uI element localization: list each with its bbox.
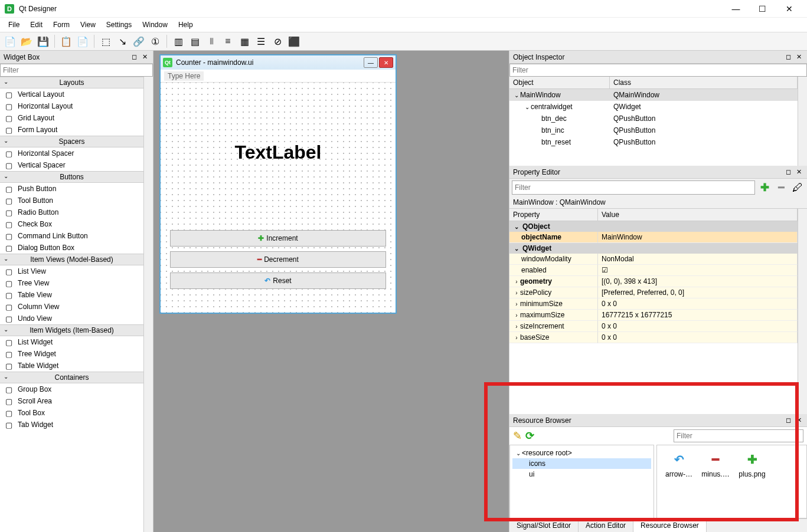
h-split-button[interactable]: ⫴ [204,34,219,49]
property-value[interactable]: NonModal [598,254,798,265]
object-inspector-filter[interactable] [509,64,807,77]
widget-item[interactable]: ▢Radio Button [0,206,143,218]
dock-float-button[interactable]: ◻ [129,52,139,62]
resource-icon-item[interactable]: ━minus.… [701,452,730,478]
tab-signal-slot-editor[interactable]: Signal/Slot Editor [509,519,579,532]
widget-item[interactable]: ▢Vertical Layout [0,88,143,100]
form-button-decrement[interactable]: ━Decrement [170,251,386,268]
property-value[interactable]: MainWindow [598,232,798,243]
pe-col-value[interactable]: Value [598,209,798,221]
oi-col-class[interactable]: Class [610,77,798,88]
object-row[interactable]: ⌄centralwidgetQWidget [509,101,798,113]
property-value[interactable]: 0 x 0 [598,332,798,343]
object-row[interactable]: btn_resetQPushButton [509,136,798,148]
form-menubar[interactable]: Type Here [161,70,396,83]
break-button[interactable]: ⊘ [270,34,285,49]
widget-item[interactable]: ▢Tree Widget [0,348,143,360]
add-property-button[interactable]: ✚ [757,180,772,195]
object-row[interactable]: btn_decQPushButton [509,113,798,124]
form-layout-button[interactable]: ☰ [253,34,269,49]
expand-icon[interactable]: ⌄ [524,104,531,110]
menu-form[interactable]: Form [48,19,74,30]
property-row[interactable]: ›baseSize0 x 0 [509,332,798,343]
save-button[interactable]: 💾 [35,34,51,49]
minimize-button[interactable]: — [723,0,749,18]
widget-item[interactable]: ▢Dialog Button Box [0,242,143,254]
property-row[interactable]: ›sizePolicy[Preferred, Preferred, 0, 0] [509,287,798,298]
form-close-button[interactable]: ✕ [379,57,393,68]
widget-item[interactable]: ▢Tab Widget [0,419,143,431]
menu-help[interactable]: Help [174,19,198,30]
dock-close-button[interactable]: ✕ [794,416,803,425]
property-group[interactable]: ⌄QWidget [509,243,798,254]
property-value[interactable]: [(0, 0), 398 x 413] [598,276,798,287]
pe-col-property[interactable]: Property [509,209,598,221]
menu-edit[interactable]: Edit [25,19,47,30]
open-button[interactable]: 📂 [19,34,34,49]
edit-resources-icon[interactable]: ✎ [513,429,522,442]
property-value[interactable]: 0 x 0 [598,298,798,310]
menu-window[interactable]: Window [138,19,172,30]
resource-tree-item[interactable]: ⌄<resource root> [512,448,651,458]
menu-view[interactable]: View [76,19,100,30]
dock-float-button[interactable]: ◻ [783,52,793,62]
menu-settings[interactable]: Settings [102,19,136,30]
widget-item[interactable]: ▢Column View [0,301,143,313]
form-body[interactable]: TextLabel ✚Increment━Decrement↶Reset [161,83,396,313]
menu-file[interactable]: File [4,19,24,30]
scrollbar[interactable] [143,77,153,532]
widget-item[interactable]: ▢Tool Button [0,195,143,206]
dock-float-button[interactable]: ◻ [783,168,793,177]
widget-item[interactable]: ▢Undo View [0,313,143,324]
object-row[interactable]: btn_incQPushButton [509,124,798,136]
tab-order-button[interactable]: ① [148,34,163,49]
property-value[interactable]: 16777215 x 16777215 [598,310,798,321]
property-value[interactable]: ☑ [598,265,798,276]
property-row[interactable]: ›sizeIncrement0 x 0 [509,321,798,332]
h-layout-button[interactable]: ▥ [171,34,186,49]
widget-item[interactable]: ▢Command Link Button [0,230,143,242]
form-button-increment[interactable]: ✚Increment [170,230,386,247]
category-header[interactable]: Buttons [0,171,143,183]
design-canvas[interactable]: Qt Counter - mainwindow.ui — ✕ Type Here… [153,51,509,532]
close-button[interactable]: ✕ [776,0,802,18]
property-row[interactable]: ›maximumSize16777215 x 16777215 [509,310,798,321]
buddy-button[interactable]: 🔗 [131,34,146,49]
resource-icon-item[interactable]: ✚plus.png [737,452,767,478]
grid-button[interactable]: ▦ [237,34,252,49]
remove-property-button[interactable]: ━ [774,180,788,195]
settings-icon[interactable]: 🖊 [790,180,805,195]
property-row[interactable]: windowModalityNonModal [509,254,798,265]
widget-item[interactable]: ▢List View [0,265,143,277]
tab-action-editor[interactable]: Action Editor [579,519,633,532]
widget-item[interactable]: ▢Horizontal Layout [0,100,143,112]
widget-item[interactable]: ▢Push Button [0,183,143,195]
form-window[interactable]: Qt Counter - mainwindow.ui — ✕ Type Here… [159,54,397,314]
widget-item[interactable]: ▢Tree View [0,277,143,289]
scrollbar[interactable] [798,77,807,166]
object-row[interactable]: ⌄MainWindowQMainWindow [509,89,798,101]
resource-tree[interactable]: ⌄<resource root>iconsui [509,445,654,518]
category-header[interactable]: Spacers [0,136,143,147]
expand-icon[interactable]: ⌄ [513,92,520,98]
resource-tree-item[interactable]: ui [512,469,651,480]
resource-icon-item[interactable]: ↶arrow-… [664,452,694,478]
maximize-button[interactable]: ☐ [749,0,776,18]
widget-item[interactable]: ▢Tool Box [0,407,143,419]
adjust-button[interactable]: ⬛ [286,34,302,49]
paste-button[interactable]: 📄 [75,34,90,49]
copy-button[interactable]: 📋 [58,34,74,49]
dock-close-button[interactable]: ✕ [794,168,803,177]
property-editor-filter[interactable] [512,180,755,195]
widget-item[interactable]: ▢Group Box [0,383,143,395]
resource-tree-item[interactable]: icons [512,458,651,469]
widget-item[interactable]: ▢Scroll Area [0,395,143,407]
category-header[interactable]: Containers [0,372,143,383]
text-label-widget[interactable]: TextLabel [161,142,396,163]
widget-box-filter[interactable] [0,64,153,77]
oi-col-object[interactable]: Object [509,77,610,88]
form-button-reset[interactable]: ↶Reset [170,272,386,289]
property-row[interactable]: ›minimumSize0 x 0 [509,298,798,310]
widget-item[interactable]: ▢Grid Layout [0,112,143,124]
category-header[interactable]: Layouts [0,77,143,88]
